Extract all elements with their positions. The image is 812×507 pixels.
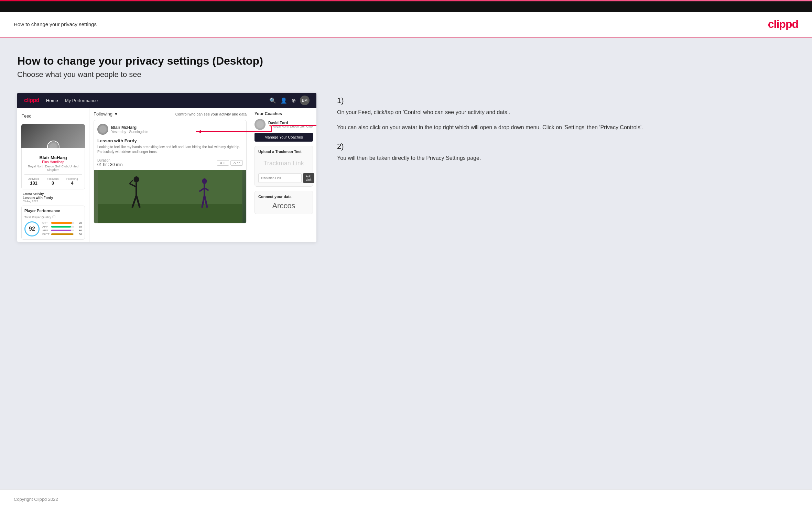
- post-description: Looking to feel like my hands are exitin…: [94, 145, 246, 157]
- trackman-input[interactable]: [258, 173, 302, 183]
- instruction-1: 1) On your Feed, click/tap on 'Control w…: [337, 96, 795, 132]
- arccos-logo: Arccos: [258, 201, 309, 210]
- control-privacy-link[interactable]: Control who can see your activity and da…: [175, 112, 247, 116]
- golfers-svg: [94, 170, 246, 223]
- svg-rect-1: [98, 204, 242, 223]
- app-mockup: clippd Home My Performance 🔍 👤 ⊕ BM Feed: [17, 93, 316, 242]
- trackman-input-row: Add Link: [258, 173, 309, 183]
- player-perf-title: Player Performance: [24, 209, 82, 213]
- nav-my-performance[interactable]: My Performance: [65, 98, 98, 103]
- profile-handicap: Plus Handicap: [24, 160, 82, 164]
- top-bar: [0, 1, 812, 12]
- bar-ott: OTT 90: [42, 221, 82, 224]
- post-duration: 01 hr : 30 min: [97, 162, 122, 167]
- post-title: Lesson with Fordy: [94, 138, 246, 145]
- activities-label: Activities: [28, 177, 39, 180]
- connect-data-section: Connect your data Arccos: [255, 191, 313, 214]
- app-right-panel: Your Coaches David Ford 📍 Royal North De…: [251, 108, 316, 242]
- latest-activity-label: Latest Activity: [23, 192, 84, 196]
- feed-tab[interactable]: Feed: [21, 112, 85, 120]
- app-body: Feed Blair McHarg Plus Handicap Royal No…: [17, 108, 316, 242]
- page-subheading: Choose what you want people to see: [17, 70, 795, 79]
- breadcrumb: How to change your privacy settings: [14, 21, 97, 27]
- add-circle-icon[interactable]: ⊕: [291, 97, 296, 104]
- profile-info: Blair McHarg Plus Handicap Royal North D…: [21, 148, 85, 189]
- app-logo: clippd: [24, 97, 39, 103]
- connect-title: Connect your data: [258, 195, 309, 199]
- bar-app: APP 85: [42, 225, 82, 228]
- tpq-row: 92 OTT 90 APP 85: [24, 221, 82, 236]
- following-value: 4: [66, 180, 78, 186]
- avatar-button[interactable]: BM: [300, 96, 310, 105]
- main-content: How to change your privacy settings (Des…: [0, 37, 812, 489]
- svg-point-2: [134, 176, 139, 183]
- tag-app: APP: [230, 160, 243, 166]
- coach-row: David Ford 📍 Royal North Devon Golf Club: [255, 119, 313, 130]
- player-performance: Player Performance Total Player Quality …: [21, 206, 85, 240]
- step1-extra: You can also click on your avatar in the…: [337, 123, 795, 132]
- location-icon: 📍: [268, 125, 272, 128]
- feed-header: Following ▼ Control who can see your act…: [94, 111, 247, 117]
- search-icon[interactable]: 🔍: [269, 97, 276, 104]
- profile-cover: [21, 124, 85, 148]
- step1-text: On your Feed, click/tap on 'Control who …: [337, 108, 795, 117]
- step1-number: 1): [337, 96, 795, 105]
- coach-club: 📍 Royal North Devon Golf Club: [268, 125, 313, 128]
- upload-title: Upload a Trackman Test: [258, 150, 309, 154]
- clippd-logo: clippd: [768, 18, 798, 31]
- coach-info: David Ford 📍 Royal North Devon Golf Club: [268, 121, 313, 128]
- app-sidebar: Feed Blair McHarg Plus Handicap Royal No…: [17, 108, 89, 242]
- avatar-image: [48, 141, 59, 148]
- manage-coaches-button[interactable]: Manage Your Coaches: [255, 133, 313, 142]
- following-stat: Following 4: [66, 177, 78, 186]
- bar-arg: ARG 86: [42, 229, 82, 232]
- header: How to change your privacy settings clip…: [0, 12, 812, 37]
- instructions-panel: 1) On your Feed, click/tap on 'Control w…: [330, 93, 795, 173]
- coach-name: David Ford: [268, 121, 313, 125]
- post-duration-section: Duration 01 hr : 30 min: [97, 158, 122, 167]
- content-row: clippd Home My Performance 🔍 👤 ⊕ BM Feed: [17, 93, 795, 242]
- bar-putt: PUTT 96: [42, 233, 82, 236]
- activities-value: 131: [28, 180, 39, 186]
- svg-point-8: [202, 178, 207, 184]
- latest-activity-name: Lesson with Fordy: [23, 196, 84, 200]
- footer: Copyright Clippd 2022: [0, 489, 812, 507]
- coaches-title: Your Coaches: [255, 111, 313, 116]
- post-date-location: Yesterday · Sunningdale: [111, 130, 148, 134]
- instruction-2: 2) You will then be taken directly to th…: [337, 142, 795, 163]
- latest-activity-date: 03 Aug 2022: [23, 200, 84, 203]
- post-meta: Duration 01 hr : 30 min OTT APP: [94, 157, 246, 170]
- nav-home[interactable]: Home: [46, 98, 58, 103]
- quality-bars: OTT 90 APP 85 ARG: [42, 221, 82, 236]
- app-navbar: clippd Home My Performance 🔍 👤 ⊕ BM: [17, 93, 316, 108]
- tpq-label: Total Player Quality ⓘ: [24, 215, 82, 219]
- post-author-info: Blair McHarg Yesterday · Sunningdale: [111, 125, 148, 134]
- copyright-text: Copyright Clippd 2022: [14, 497, 58, 502]
- duration-label: Duration: [97, 158, 122, 162]
- followers-label: Followers: [47, 177, 58, 180]
- following-label: Following: [66, 177, 78, 180]
- quality-circle: 92: [24, 221, 40, 236]
- post-tags: OTT APP: [217, 160, 243, 166]
- step2-text: You will then be taken directly to the P…: [337, 154, 795, 163]
- app-feed: Following ▼ Control who can see your act…: [89, 108, 251, 242]
- chevron-down-icon: ▼: [114, 111, 118, 117]
- upload-trackman-section: Upload a Trackman Test Trackman Link Add…: [255, 146, 313, 187]
- person-icon[interactable]: 👤: [280, 97, 287, 104]
- following-button[interactable]: Following ▼: [94, 111, 118, 117]
- step2-number: 2): [337, 142, 795, 151]
- coach-avatar: [255, 119, 266, 130]
- post-image: [94, 170, 246, 223]
- profile-stats: Activities 131 Followers 3 Following 4: [24, 174, 82, 186]
- page-heading: How to change your privacy settings (Des…: [17, 55, 795, 67]
- trackman-placeholder: Trackman Link: [258, 156, 309, 170]
- activities-stat: Activities 131: [28, 177, 39, 186]
- post-header: Blair McHarg Yesterday · Sunningdale: [94, 120, 246, 138]
- post-author-avatar: [97, 124, 108, 135]
- add-link-button[interactable]: Add Link: [303, 173, 314, 183]
- info-icon: ⓘ: [52, 215, 55, 219]
- tag-ott: OTT: [217, 160, 229, 166]
- nav-icons: 🔍 👤 ⊕ BM: [269, 96, 310, 105]
- profile-name: Blair McHarg: [24, 155, 82, 160]
- latest-activity: Latest Activity Lesson with Fordy 03 Aug…: [21, 192, 85, 203]
